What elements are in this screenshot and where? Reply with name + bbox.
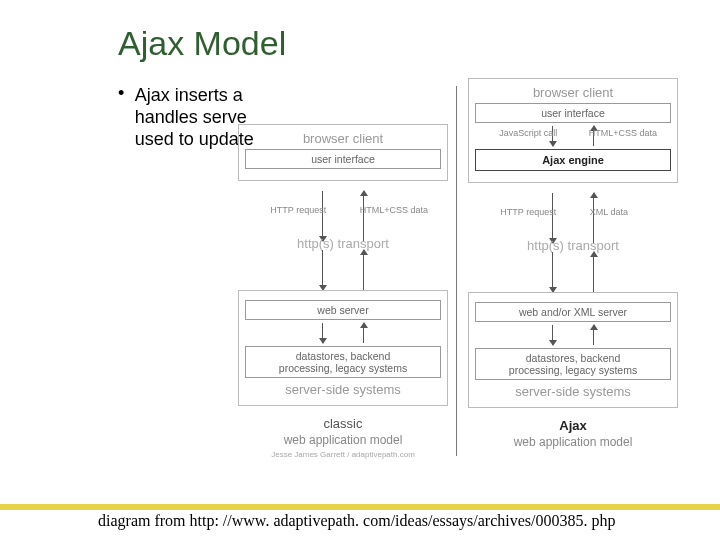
classic-model-title: classic web application model bbox=[238, 416, 448, 448]
arrow-down-icon bbox=[552, 325, 553, 345]
ajax-ui-box: user interface bbox=[475, 103, 671, 123]
classic-server-arrows bbox=[245, 323, 441, 343]
slide-title: Ajax Model bbox=[118, 24, 286, 63]
arrow-down-icon bbox=[322, 191, 323, 241]
arrow-up-icon bbox=[593, 193, 594, 243]
classic-model-name: classic bbox=[323, 416, 362, 431]
arrow-up-icon bbox=[363, 191, 364, 241]
classic-serverside-label: server-side systems bbox=[245, 382, 441, 397]
ajax-req-label: HTTP request bbox=[500, 207, 556, 217]
classic-browser-box: browser client user interface bbox=[238, 124, 448, 181]
ajax-bottom-arrows bbox=[468, 252, 678, 292]
classic-bottom-arrows bbox=[238, 250, 448, 290]
arrow-down-icon bbox=[322, 250, 323, 290]
arrow-up-icon bbox=[593, 252, 594, 292]
slide: Ajax Model • Ajax inserts a handles serv… bbox=[0, 0, 720, 540]
ajax-webserver-box: web and/or XML server bbox=[475, 302, 671, 322]
ajax-transport-label: http(s) transport bbox=[468, 238, 678, 253]
column-divider bbox=[456, 86, 457, 456]
bullet-dot-icon: • bbox=[118, 84, 124, 102]
ajax-inner-resp-label: HTML+CSS data bbox=[589, 128, 657, 138]
ajax-column: browser client user interface JavaScript… bbox=[468, 78, 678, 450]
ajax-serverside-label: server-side systems bbox=[475, 384, 671, 399]
ajax-browser-box: browser client user interface JavaScript… bbox=[468, 78, 678, 183]
classic-resp-label: HTML+CSS data bbox=[360, 205, 428, 215]
classic-req-label: HTTP request bbox=[270, 205, 326, 215]
ajax-browser-label: browser client bbox=[475, 85, 671, 100]
classic-server-box: web server datastores, backend processin… bbox=[238, 290, 448, 406]
classic-column: browser client user interface HTTP reque… bbox=[238, 78, 448, 459]
ajax-top-arrows: HTTP request XML data bbox=[468, 193, 678, 243]
arrow-up-icon bbox=[363, 323, 364, 343]
classic-top-arrows: HTTP request HTML+CSS data bbox=[238, 191, 448, 241]
arrow-up-icon bbox=[363, 250, 364, 290]
classic-model-sub: web application model bbox=[238, 432, 448, 448]
ajax-model-name: Ajax bbox=[559, 418, 586, 433]
classic-browser-label: browser client bbox=[245, 131, 441, 146]
accent-bar bbox=[0, 504, 720, 510]
classic-ui-box: user interface bbox=[245, 149, 441, 169]
classic-tiny-credit: Jesse James Garrett / adaptivepath.com bbox=[238, 450, 448, 459]
ajax-server-arrows bbox=[475, 325, 671, 345]
ajax-inner-req-label: JavaScript call bbox=[499, 128, 557, 138]
arrow-down-icon bbox=[552, 193, 553, 243]
classic-transport-label: http(s) transport bbox=[238, 236, 448, 251]
ajax-model-title: Ajax web application model bbox=[468, 418, 678, 450]
ajax-model-sub: web application model bbox=[468, 434, 678, 450]
ajax-backend-box: datastores, backend processing, legacy s… bbox=[475, 348, 671, 380]
diagram-credit: diagram from http: //www. adaptivepath. … bbox=[98, 512, 616, 530]
arrow-down-icon bbox=[322, 323, 323, 343]
ajax-engine-box: Ajax engine bbox=[475, 149, 671, 171]
classic-backend-box: datastores, backend processing, legacy s… bbox=[245, 346, 441, 378]
diagram: browser client user interface HTTP reque… bbox=[238, 78, 693, 498]
ajax-inner-arrows: JavaScript call HTML+CSS data bbox=[475, 126, 671, 146]
arrow-down-icon bbox=[552, 252, 553, 292]
ajax-server-box: web and/or XML server datastores, backen… bbox=[468, 292, 678, 408]
ajax-resp-label: XML data bbox=[590, 207, 628, 217]
classic-webserver-box: web server bbox=[245, 300, 441, 320]
arrow-up-icon bbox=[593, 325, 594, 345]
